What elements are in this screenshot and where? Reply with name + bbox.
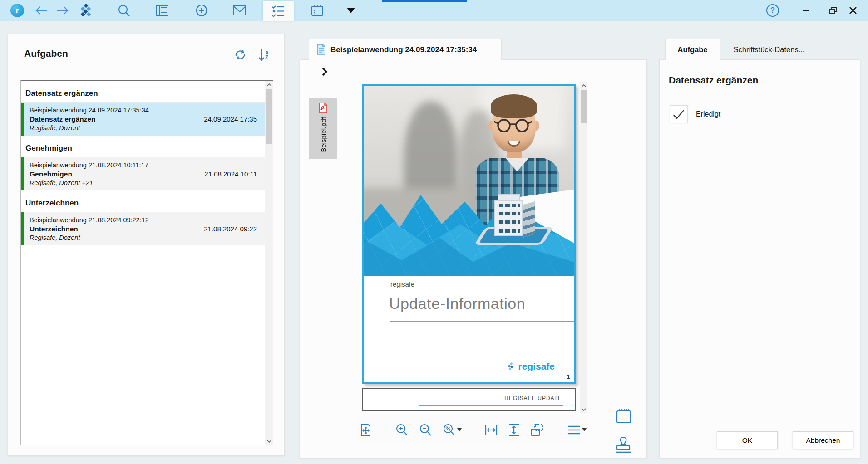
fit-height-icon bbox=[508, 423, 520, 437]
task-title: Unterzeichnen bbox=[30, 225, 78, 233]
document-icon bbox=[316, 44, 326, 55]
calendar-button[interactable] bbox=[305, 0, 330, 21]
app-window: r bbox=[0, 0, 868, 464]
fit-height-button[interactable] bbox=[506, 421, 522, 439]
scrollbar-thumb[interactable] bbox=[266, 89, 272, 144]
attachment-label: Beispiel.pdf bbox=[320, 117, 327, 152]
minimize-button[interactable] bbox=[795, 0, 816, 21]
tab-schriftstueck-datensatz[interactable]: Schriftstück-Datens... bbox=[724, 39, 814, 60]
rotate-page-button[interactable] bbox=[528, 421, 546, 439]
view-menu-button[interactable] bbox=[565, 423, 588, 437]
zoom-in-button[interactable] bbox=[393, 421, 410, 439]
cancel-button[interactable]: Abbrechen bbox=[793, 431, 853, 449]
notes-calendar-button[interactable] bbox=[614, 406, 633, 425]
task-date: 21.08.2024 10:11 bbox=[204, 170, 257, 178]
fit-width-button[interactable] bbox=[483, 422, 500, 438]
dropdown-caret-icon bbox=[582, 428, 587, 431]
building-illustration bbox=[477, 197, 557, 248]
pdf-brand-text: regisafe bbox=[390, 280, 414, 288]
task-group-label: Genehmigen bbox=[21, 137, 265, 157]
add-button[interactable] bbox=[189, 0, 214, 21]
scrollbar-thumb[interactable] bbox=[581, 90, 587, 123]
restore-icon bbox=[829, 6, 838, 15]
rule-line bbox=[390, 321, 574, 322]
sort-button[interactable]: A Z bbox=[256, 47, 271, 63]
mail-button[interactable] bbox=[227, 0, 252, 21]
menu-lines-icon bbox=[567, 425, 581, 435]
rotate-page-icon bbox=[530, 423, 544, 437]
scroll-down-icon[interactable] bbox=[265, 437, 273, 445]
zoom-out-icon bbox=[419, 423, 432, 437]
tasks-checklist-icon bbox=[271, 5, 286, 18]
fit-page-icon bbox=[360, 423, 372, 437]
stamp-icon bbox=[614, 435, 633, 455]
task-list-scrollbar[interactable] bbox=[265, 81, 273, 445]
document-panel: Beispiel.pdf bbox=[300, 59, 647, 458]
refresh-button[interactable] bbox=[232, 47, 248, 63]
task-group-label: Datensatz ergänzen bbox=[21, 83, 265, 103]
detail-panel: Datensatz ergänzen Erledigt OK Abbrechen bbox=[659, 59, 860, 458]
tasks-button[interactable] bbox=[263, 1, 294, 21]
rule-line bbox=[390, 291, 574, 291]
scroll-up-icon[interactable] bbox=[580, 82, 587, 89]
erledigt-row: Erledigt bbox=[670, 105, 720, 123]
pdf-scrollbar[interactable] bbox=[580, 82, 587, 413]
app-logo-icon: r bbox=[10, 4, 24, 17]
toolbar-menu-button[interactable] bbox=[338, 0, 364, 21]
register-button[interactable] bbox=[149, 0, 175, 21]
close-button[interactable] bbox=[843, 0, 863, 21]
task-assignees: Regisafe, Dozent +21 bbox=[30, 179, 259, 186]
add-icon bbox=[195, 4, 208, 17]
help-button[interactable]: ? bbox=[762, 0, 783, 21]
restore-button[interactable] bbox=[823, 0, 843, 21]
task-subject: Beispielanwendung 21.08.2024 10:11:17 bbox=[30, 161, 259, 169]
scroll-down-icon[interactable] bbox=[580, 406, 587, 413]
scroll-up-icon[interactable] bbox=[265, 81, 273, 88]
task-item[interactable]: Beispielanwendung 21.08.2024 09:22:12 Un… bbox=[21, 212, 265, 245]
notes-calendar-icon bbox=[615, 406, 633, 425]
main-toolbar: r bbox=[0, 0, 868, 21]
document-tab[interactable]: Beispielanwendung 24.09.2024 17:35:34 bbox=[309, 39, 502, 60]
chevron-right-icon bbox=[321, 67, 328, 76]
forward-button[interactable] bbox=[50, 0, 75, 21]
refresh-icon bbox=[234, 49, 247, 61]
task-item[interactable]: Beispielanwendung 21.08.2024 10:11:17 Ge… bbox=[21, 157, 265, 190]
stamp-button[interactable] bbox=[613, 435, 633, 455]
page-number: 1 bbox=[567, 373, 570, 380]
task-item[interactable]: Beispielanwendung 24.09.2024 17:35:34 Da… bbox=[21, 103, 265, 136]
pdf-page-2: REGISAFE UPDATE bbox=[362, 388, 576, 411]
tab-label: Aufgabe bbox=[678, 45, 708, 54]
checkbox-label: Erledigt bbox=[696, 110, 720, 118]
tab-label: Schriftstück-Datens... bbox=[734, 45, 805, 54]
register-icon bbox=[155, 5, 169, 16]
fit-page-button[interactable] bbox=[358, 421, 374, 439]
ok-button[interactable]: OK bbox=[717, 431, 778, 449]
pdf-viewer-toolbar bbox=[357, 415, 589, 444]
regisafe-home-button[interactable] bbox=[73, 0, 99, 21]
erledigt-checkbox[interactable] bbox=[670, 105, 688, 123]
sort-arrow-icon bbox=[259, 48, 264, 62]
minimize-icon bbox=[803, 10, 809, 11]
task-assignees: Regisafe, Dozent bbox=[30, 124, 259, 132]
regisafe-logo-icon bbox=[79, 3, 93, 18]
task-date: 21.08.2024 09:22 bbox=[204, 225, 257, 233]
task-assignees: Regisafe, Dozent bbox=[30, 234, 259, 241]
dropdown-caret-icon bbox=[457, 428, 462, 431]
pdf-icon bbox=[319, 103, 328, 113]
expand-panel-button[interactable] bbox=[321, 67, 328, 78]
attachment-tab[interactable]: Beispiel.pdf bbox=[309, 98, 337, 159]
app-logo-button[interactable]: r bbox=[5, 0, 30, 21]
task-list: Datensatz ergänzen Beispielanwendung 24.… bbox=[20, 80, 273, 445]
zoom-percent-button[interactable] bbox=[440, 421, 464, 439]
close-icon bbox=[849, 6, 857, 15]
zoom-percent-icon bbox=[442, 423, 456, 437]
window-accent-line bbox=[382, 0, 467, 2]
pdf-logo-text: regisafe bbox=[518, 361, 555, 372]
tab-aufgabe[interactable]: Aufgabe bbox=[665, 39, 720, 60]
search-button[interactable] bbox=[111, 0, 137, 21]
pdf-page-1: regisafe Update-Information regisafe 1 bbox=[362, 84, 576, 384]
zoom-out-button[interactable] bbox=[417, 421, 434, 439]
forward-arrow-icon bbox=[56, 5, 69, 16]
regisafe-footer-logo: regisafe bbox=[507, 361, 555, 372]
mail-icon bbox=[233, 5, 247, 16]
